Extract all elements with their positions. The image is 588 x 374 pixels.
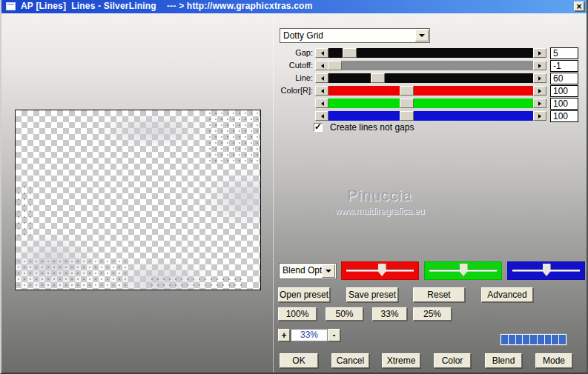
arrow-left-icon: [319, 64, 324, 68]
open-preset-button[interactable]: Open preset: [278, 287, 330, 302]
red-increment-button[interactable]: [533, 86, 546, 96]
create-lines-checkbox[interactable]: ✓: [314, 123, 323, 132]
zoom-in-button[interactable]: +: [278, 329, 290, 341]
blue-slider-track[interactable]: [328, 111, 533, 121]
cutoff-value-box[interactable]: -1: [550, 60, 578, 72]
advanced-button[interactable]: Advanced: [481, 287, 533, 302]
progress-segment: [538, 335, 544, 344]
progress-segment: [516, 335, 523, 344]
slider-row-cutoff: Cutoff: -1: [1, 61, 588, 71]
blue-decrement-button[interactable]: [315, 111, 328, 121]
green-trackbar-thumb[interactable]: [460, 264, 468, 276]
blue-value-box[interactable]: 100: [550, 110, 578, 122]
reset-button[interactable]: Reset: [413, 287, 465, 302]
arrow-right-icon: [538, 64, 544, 68]
green-channel-trackbar[interactable]: [424, 261, 502, 280]
line-decrement-button[interactable]: [315, 73, 328, 83]
watermark-name: Pinuccia: [282, 187, 478, 204]
cutoff-slider-thumb[interactable]: [328, 61, 342, 70]
ok-button[interactable]: OK: [280, 353, 318, 368]
blend-options-arrow-button[interactable]: [322, 264, 335, 278]
progress-segment: [559, 335, 566, 344]
green-slider-thumb[interactable]: [400, 98, 414, 108]
preset-dropdown-value: Dotty Grid: [283, 30, 416, 41]
preset-dropdown[interactable]: Dotty Grid: [280, 28, 430, 43]
title-bar[interactable]: AP [Lines] Lines - SilverLining --- > ht…: [1, 0, 587, 13]
progress-segment: [545, 335, 552, 344]
zoom-50-button[interactable]: 50%: [326, 307, 363, 321]
arrow-left-icon: [319, 114, 324, 118]
cutoff-increment-button[interactable]: [533, 61, 546, 70]
red-slider-track[interactable]: [328, 86, 533, 96]
gap-increment-button[interactable]: [533, 48, 546, 58]
green-decrement-button[interactable]: [315, 98, 328, 108]
cutoff-label: Cutoff:: [271, 61, 313, 70]
red-channel-trackbar[interactable]: [341, 261, 419, 280]
preview-canvas[interactable]: [15, 110, 261, 290]
zoom-25-button[interactable]: 25%: [413, 307, 452, 321]
arrow-right-icon: [538, 51, 544, 56]
line-increment-button[interactable]: [533, 73, 546, 83]
arrow-left-icon: [319, 51, 324, 56]
create-lines-label: Create lines not gaps: [330, 122, 414, 133]
color-button[interactable]: Color: [434, 353, 471, 368]
preset-dropdown-arrow-button[interactable]: [415, 30, 429, 41]
gap-label: Gap:: [271, 48, 313, 58]
red-slider-thumb[interactable]: [400, 86, 414, 96]
arrow-right-icon: [538, 101, 544, 106]
preview-cloud: [205, 170, 261, 229]
line-label: Line:: [271, 73, 313, 83]
red-value-box[interactable]: 100: [550, 85, 578, 97]
blue-increment-button[interactable]: [533, 111, 546, 121]
progress-bar: [500, 333, 567, 346]
slider-row-color-blue: 100: [1, 111, 588, 121]
blend-options-dropdown[interactable]: Blend Optio: [279, 263, 337, 279]
close-icon: ×: [576, 3, 581, 10]
gap-slider-track[interactable]: [328, 48, 533, 58]
preview-dot-grid: [16, 258, 127, 290]
blue-slider-thumb[interactable]: [400, 111, 414, 121]
blue-trackbar-thumb[interactable]: [543, 264, 551, 276]
green-increment-button[interactable]: [533, 98, 546, 108]
cancel-button[interactable]: Cancel: [331, 353, 369, 368]
chevron-down-icon: [326, 270, 331, 276]
window-title: AP [Lines] Lines - SilverLining --- > ht…: [21, 1, 313, 11]
preview-dot-grid: [149, 276, 245, 290]
cutoff-slider-track[interactable]: [328, 61, 533, 70]
zoom-100-button[interactable]: 100%: [278, 307, 317, 321]
slider-row-line: Line: 60: [1, 73, 588, 84]
zoom-out-button[interactable]: -: [328, 329, 340, 341]
xtreme-button[interactable]: Xtreme: [382, 353, 420, 368]
close-button[interactable]: ×: [574, 1, 584, 11]
save-preset-button[interactable]: Save preset: [346, 287, 398, 302]
zoom-33-button[interactable]: 33%: [372, 307, 407, 321]
arrow-right-icon: [538, 114, 544, 118]
green-value-box[interactable]: 100: [550, 98, 578, 110]
arrow-right-icon: [538, 76, 544, 81]
line-value-box[interactable]: 60: [550, 73, 578, 84]
blue-channel-trackbar[interactable]: [507, 261, 585, 280]
progress-segment: [523, 335, 529, 344]
progress-segment: [509, 335, 515, 344]
red-decrement-button[interactable]: [315, 86, 328, 96]
mode-button[interactable]: Mode: [535, 353, 572, 368]
blend-button[interactable]: Blend: [485, 353, 522, 368]
slider-row-color-green: 100: [1, 98, 588, 109]
gap-slider-thumb[interactable]: [343, 48, 357, 58]
red-trackbar-thumb[interactable]: [378, 264, 386, 276]
preview-dot-grid: [16, 184, 35, 236]
slider-row-gap: Gap: 5: [1, 48, 588, 59]
cutoff-decrement-button[interactable]: [315, 61, 328, 70]
color-r-label: Color[R]:: [271, 86, 313, 96]
watermark: Pinuccia www.maidiregrafica.eu: [282, 187, 478, 216]
green-slider-track[interactable]: [328, 98, 533, 108]
app-icon: [6, 2, 16, 10]
gap-value-box[interactable]: 5: [550, 47, 578, 59]
gap-decrement-button[interactable]: [315, 48, 328, 58]
line-slider-track[interactable]: [328, 73, 533, 83]
blend-options-value: Blend Optio: [283, 265, 323, 276]
arrow-right-icon: [538, 89, 544, 93]
plugin-window: AP [Lines] Lines - SilverLining --- > ht…: [0, 0, 588, 374]
progress-segment: [552, 335, 558, 344]
line-slider-thumb[interactable]: [371, 73, 385, 83]
